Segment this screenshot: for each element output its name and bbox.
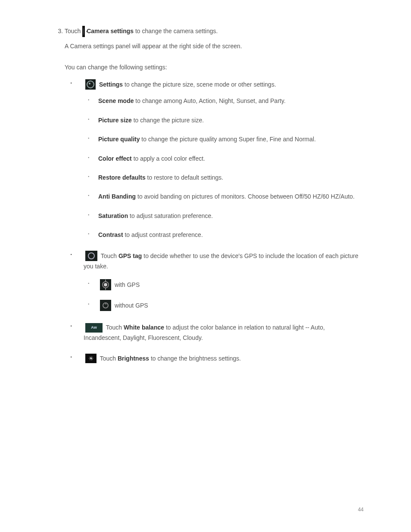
sub-text: to change among Auto, Action, Night, Sun… — [134, 97, 285, 104]
step3-prefix: Touch — [65, 28, 81, 34]
gps-tag-icon — [85, 251, 97, 261]
gps-pre: Touch — [99, 252, 118, 259]
sub-label: Picture size — [98, 117, 132, 124]
sub-restore-defaults: Restore defaults to restore to default s… — [88, 173, 364, 182]
gear-icon — [85, 79, 96, 90]
sub-text: to adjust contrast preference. — [123, 231, 203, 238]
sub-text: to apply a cool color effect. — [132, 155, 205, 162]
settings-bullet: Settings to change the picture size, sce… — [71, 80, 364, 240]
sub-label: Saturation — [98, 212, 128, 219]
bright-bold: Brightness — [118, 355, 149, 362]
white-balance-bullet: Aw Touch White balance to adjust the col… — [71, 323, 364, 342]
gps-off-icon — [100, 300, 111, 311]
sub-text: to adjust saturation preference. — [128, 212, 213, 219]
bright-pre: Touch — [100, 355, 118, 362]
sub-label: Restore defaults — [98, 174, 146, 181]
sub-saturation: Saturation to adjust saturation preferen… — [88, 211, 364, 221]
gps-bold: GPS tag — [118, 252, 142, 259]
settings-intro: You can change the following settings: — [65, 62, 364, 72]
page-number: 44 — [358, 506, 364, 514]
sub-label: Picture quality — [98, 136, 140, 143]
sub-text: to avoid banding on pictures of monitors… — [136, 193, 355, 200]
gps-bullet: Touch GPS tag to decide whether to use t… — [71, 251, 364, 312]
step-3: Touch Camera settings to change the came… — [65, 26, 364, 364]
camera-settings-dial-icon — [82, 26, 85, 37]
sub-scene-mode: Scene mode to change among Auto, Action,… — [88, 96, 364, 106]
steps-list: Touch Camera settings to change the came… — [47, 26, 364, 364]
gps-sublist: with GPS without GPS — [88, 280, 364, 311]
sub-color-effect: Color effect to apply a cool color effec… — [88, 154, 364, 163]
sub-label: Contrast — [98, 231, 123, 238]
gps-off-label: without GPS — [115, 302, 148, 309]
page-container: Touch Camera settings to change the came… — [0, 0, 411, 532]
step3-label: Camera settings — [87, 28, 134, 34]
sub-label: Color effect — [98, 155, 132, 162]
brightness-bullet: ☀ Touch Brightness to change the brightn… — [71, 354, 364, 364]
sub-text: to restore to default settings. — [146, 174, 224, 181]
brightness-icon: ☀ — [85, 354, 97, 363]
sub-picture-size: Picture size to change the picture size. — [88, 115, 364, 125]
settings-text: to change the picture size, scene mode o… — [123, 81, 276, 88]
step3-suffix: to change the camera settings. — [134, 28, 218, 34]
sub-anti-banding: Anti Banding to avoid banding on picture… — [88, 192, 364, 201]
wb-pre: Touch — [106, 324, 124, 331]
gps-off-item: without GPS — [88, 300, 364, 311]
settings-sublist: Scene mode to change among Auto, Action,… — [88, 96, 364, 240]
white-balance-icon: Aw — [85, 323, 103, 333]
sub-picture-quality: Picture quality to change the picture qu… — [88, 134, 364, 144]
sub-label: Scene mode — [98, 97, 134, 104]
gps-on-label: with GPS — [115, 281, 140, 288]
gps-on-icon — [100, 279, 111, 290]
settings-label: Settings — [99, 81, 123, 88]
bright-text: to change the brightness settings. — [149, 355, 241, 362]
step3-note: A Camera settings panel will appear at t… — [65, 41, 364, 51]
wb-bold: White balance — [124, 324, 164, 331]
settings-bullet-list: Settings to change the picture size, sce… — [71, 80, 364, 364]
sub-text: to change the picture size. — [132, 117, 204, 124]
gps-on-item: with GPS — [88, 280, 364, 291]
sub-text: to change the picture quality among Supe… — [140, 136, 316, 143]
sub-contrast: Contrast to adjust contrast preference. — [88, 230, 364, 240]
sub-label: Anti Banding — [98, 193, 136, 200]
